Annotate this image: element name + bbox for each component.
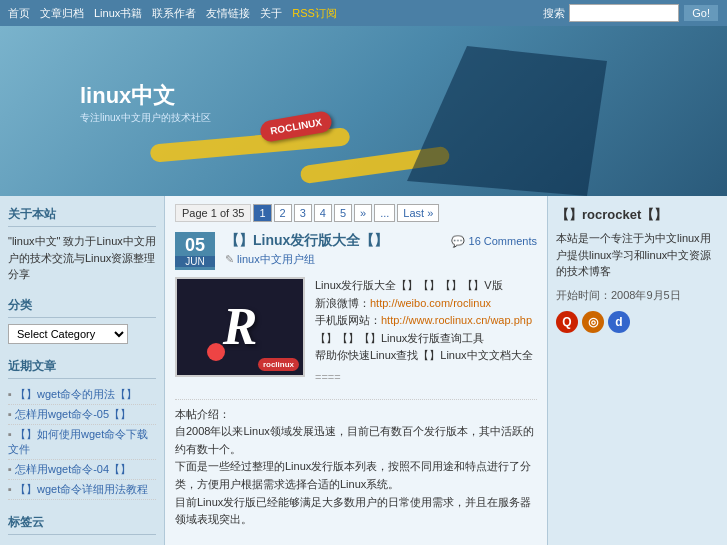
weibo-link[interactable]: http://weibo.com/roclinux bbox=[370, 297, 491, 309]
post-footer: 本帖介绍： 自2008年以来Linux领域发展迅速，目前已有数百个发行版本，其中… bbox=[175, 399, 537, 529]
wap-link[interactable]: http://www.roclinux.cn/wap.php bbox=[381, 314, 532, 326]
page-btn-1[interactable]: 1 bbox=[253, 204, 271, 222]
category-section: 分类 Select Category bbox=[8, 297, 156, 344]
recent-section: 近期文章 【】wget命令的用法【】 怎样用wget命令-05【】 【】如何使用… bbox=[8, 358, 156, 500]
social-icon-qq[interactable]: Q bbox=[556, 311, 578, 333]
post-meta: 【】Linux发行版大全【】 💬 16 Comments ✎ linux中文用户… bbox=[225, 232, 537, 267]
nav-rss[interactable]: RSS订阅 bbox=[292, 6, 337, 21]
search-input[interactable] bbox=[569, 4, 679, 22]
blog-date: 开始时间：2008年9月5日 bbox=[556, 288, 719, 303]
about-section: 关于本站 "linux中文" 致力于Linux中文用户的技术交流与Linux资源… bbox=[8, 206, 156, 283]
page-btn-5[interactable]: 5 bbox=[334, 204, 352, 222]
footer-text-3: 目前Linux发行版已经能够满足大多数用户的日常使用需求，并且在服务器领域表现突… bbox=[175, 494, 537, 529]
go-button[interactable]: Go! bbox=[683, 4, 719, 22]
blog-title: 【】rocrocket【】 bbox=[556, 206, 719, 224]
post-body: R roclinux Linux发行版大全【】【】【】【】V版 新浪微博：htt… bbox=[175, 277, 537, 391]
banner: linux中文 专注linux中文用户的技术社区 ROCLINUX bbox=[0, 26, 727, 196]
nav-books[interactable]: Linux书籍 bbox=[94, 6, 142, 21]
post-day: 05 bbox=[175, 235, 215, 256]
nav-links[interactable]: 友情链接 bbox=[206, 6, 250, 21]
author-link[interactable]: linux中文用户组 bbox=[237, 253, 315, 265]
tags-title: 标签云 bbox=[8, 514, 156, 535]
post-author: ✎ linux中文用户组 bbox=[225, 252, 537, 267]
post-date: 05 JUN bbox=[175, 232, 215, 270]
top-navigation: 首页 文章归档 Linux书籍 联系作者 友情链接 关于 RSS订阅 搜索 Go… bbox=[0, 0, 727, 26]
nav-about[interactable]: 关于 bbox=[260, 6, 282, 21]
right-sidebar: 【】rocrocket【】 本站是一个专注于为中文linux用户提供linux学… bbox=[547, 196, 727, 545]
post: 05 JUN 【】Linux发行版大全【】 💬 16 Comments ✎ li… bbox=[175, 232, 537, 529]
list-item[interactable]: 怎样用wget命令-04【】 bbox=[8, 460, 156, 480]
page-btn-2[interactable]: 2 bbox=[274, 204, 292, 222]
page-info: Page 1 of 35 bbox=[175, 204, 251, 222]
content-area: Page 1 of 35 1 2 3 4 5 » ... Last » 05 J… bbox=[165, 196, 547, 545]
page-btn-next[interactable]: » bbox=[354, 204, 372, 222]
banner-text: linux中文 专注linux中文用户的技术社区 bbox=[80, 81, 211, 125]
footer-text-2: 下面是一些经过整理的Linux发行版本列表，按照不同用途和特点进行了分类，方便用… bbox=[175, 458, 537, 493]
nav-home[interactable]: 首页 bbox=[8, 6, 30, 21]
list-item[interactable]: 【】wget命令详细用法教程 bbox=[8, 480, 156, 500]
page-btn-ellipsis: ... bbox=[374, 204, 395, 222]
page-btn-4[interactable]: 4 bbox=[314, 204, 332, 222]
search-label: 搜索 bbox=[543, 6, 565, 21]
post-month: JUN bbox=[175, 256, 215, 267]
nav-contact[interactable]: 联系作者 bbox=[152, 6, 196, 21]
list-item[interactable]: 【】wget命令的用法【】 bbox=[8, 385, 156, 405]
page-btn-3[interactable]: 3 bbox=[294, 204, 312, 222]
footer-label: 本帖介绍： bbox=[175, 406, 537, 424]
about-title: 关于本站 bbox=[8, 206, 156, 227]
search-area: 搜索 Go! bbox=[543, 4, 719, 22]
social-icon-weibo[interactable]: ◎ bbox=[582, 311, 604, 333]
banner-shape bbox=[407, 46, 607, 196]
list-item[interactable]: 怎样用wget命令-05【】 bbox=[8, 405, 156, 425]
nav-archive[interactable]: 文章归档 bbox=[40, 6, 84, 21]
recent-title: 近期文章 bbox=[8, 358, 156, 379]
post-image-logo: R bbox=[223, 301, 258, 353]
footer-text-1: 自2008年以来Linux领域发展迅速，目前已有数百个发行版本，其中活跃的约有数… bbox=[175, 423, 537, 458]
post-image: R roclinux bbox=[175, 277, 305, 377]
post-image-circle bbox=[207, 343, 225, 361]
category-select[interactable]: Select Category bbox=[8, 324, 128, 344]
banner-title: linux中文 bbox=[80, 81, 211, 111]
tags-section: 标签云 bbox=[8, 514, 156, 535]
blog-desc: 本站是一个专注于为中文linux用户提供linux学习和linux中文资源的技术… bbox=[556, 230, 719, 280]
about-text: "linux中文" 致力于Linux中文用户的技术交流与Linux资源整理分享 bbox=[8, 233, 156, 283]
category-title: 分类 bbox=[8, 297, 156, 318]
pagination: Page 1 of 35 1 2 3 4 5 » ... Last » bbox=[175, 204, 537, 222]
banner-subtitle: 专注linux中文用户的技术社区 bbox=[80, 111, 211, 125]
recent-posts-list: 【】wget命令的用法【】 怎样用wget命令-05【】 【】如何使用wget命… bbox=[8, 385, 156, 500]
post-comments[interactable]: 💬 16 Comments bbox=[451, 235, 537, 248]
post-image-badge: roclinux bbox=[258, 358, 299, 371]
sidebar: 关于本站 "linux中文" 致力于Linux中文用户的技术交流与Linux资源… bbox=[0, 196, 165, 545]
social-icons: Q ◎ d bbox=[556, 311, 719, 333]
page-btn-last[interactable]: Last » bbox=[397, 204, 439, 222]
list-item[interactable]: 【】如何使用wget命令下载文件 bbox=[8, 425, 156, 460]
post-title[interactable]: 【】Linux发行版大全【】 bbox=[225, 232, 388, 250]
social-icon-douban[interactable]: d bbox=[608, 311, 630, 333]
main-layout: 关于本站 "linux中文" 致力于Linux中文用户的技术交流与Linux资源… bbox=[0, 196, 727, 545]
